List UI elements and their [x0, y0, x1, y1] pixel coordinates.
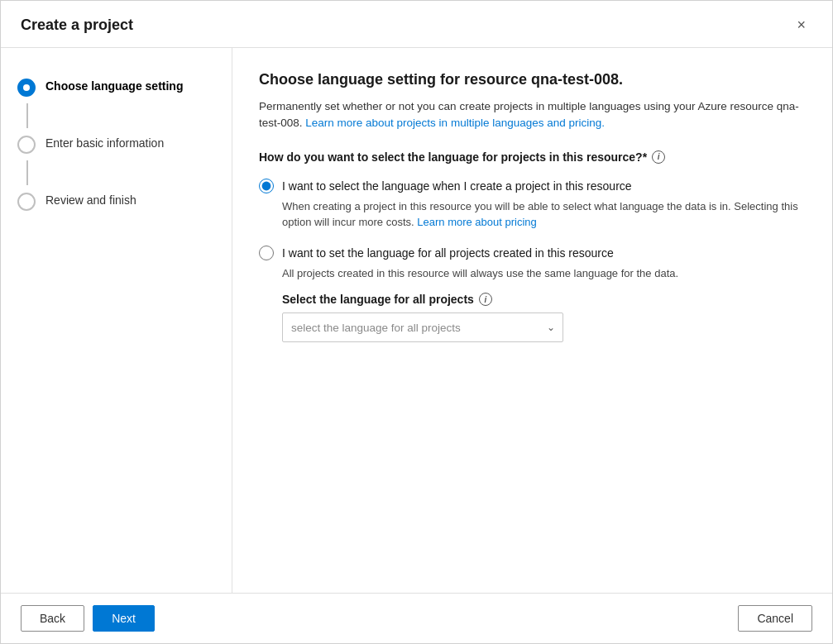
question-label: How do you want to select the language f… [259, 150, 806, 164]
step-connector-1 [26, 103, 28, 128]
radio-label-all-projects[interactable]: I want to set the language for all proje… [282, 246, 614, 260]
cancel-button[interactable]: Cancel [738, 605, 812, 632]
radio-row-1: I want to select the language when I cre… [259, 179, 806, 193]
language-select[interactable]: select the language for all projects [282, 312, 563, 342]
step-connector-2 [26, 160, 28, 185]
language-dropdown-wrapper: select the language for all projects ⌄ [282, 312, 563, 342]
main-content: Choose language setting for resource qna… [232, 48, 832, 593]
radio-all-projects[interactable] [259, 246, 274, 260]
radio-desc-all-projects: All projects created in this resource wi… [282, 265, 806, 282]
create-project-dialog: Create a project × Choose language setti… [0, 0, 833, 644]
sidebar: Choose language setting Enter basic info… [1, 48, 232, 593]
radio-desc-per-project: When creating a project in this resource… [282, 198, 806, 231]
dialog-header: Create a project × [1, 1, 832, 48]
description-link[interactable]: Learn more about projects in multiple la… [305, 117, 605, 129]
learn-more-pricing-link[interactable]: Learn more about pricing [417, 216, 537, 228]
question-info-icon: i [652, 150, 665, 164]
select-label-text: Select the language for all projects [282, 293, 474, 306]
radio-option-all-projects: I want to set the language for all proje… [259, 246, 806, 343]
select-label: Select the language for all projects i [282, 293, 806, 306]
step-label-enter-basic-info: Enter basic information [45, 135, 164, 150]
radio-label-per-project[interactable]: I want to select the language when I cre… [282, 179, 632, 193]
main-description: Permanently set whether or not you can c… [259, 98, 806, 132]
footer-left-buttons: Back Next [21, 605, 155, 632]
close-button[interactable]: × [790, 14, 812, 36]
next-button[interactable]: Next [93, 605, 155, 632]
main-heading: Choose language setting for resource qna… [259, 71, 806, 88]
radio-desc-text-2: All projects created in this resource wi… [282, 267, 678, 279]
sidebar-item-choose-language[interactable]: Choose language setting [17, 71, 215, 103]
dialog-body: Choose language setting Enter basic info… [1, 48, 832, 593]
step-circle-active [17, 79, 36, 97]
language-select-section: Select the language for all projects i s… [282, 293, 806, 342]
step-circle-inactive-2 [17, 193, 36, 211]
radio-row-2: I want to set the language for all proje… [259, 246, 806, 260]
step-label-review-finish: Review and finish [45, 192, 136, 207]
dialog-footer: Back Next Cancel [1, 593, 832, 643]
dialog-title: Create a project [21, 17, 133, 34]
back-button[interactable]: Back [21, 605, 84, 632]
step-circle-inactive-1 [17, 136, 36, 154]
radio-per-project[interactable] [259, 179, 274, 193]
sidebar-item-enter-basic-info[interactable]: Enter basic information [17, 128, 215, 160]
select-info-icon: i [479, 293, 492, 306]
radio-option-per-project: I want to select the language when I cre… [259, 179, 806, 231]
question-text: How do you want to select the language f… [259, 150, 647, 164]
step-label-choose-language: Choose language setting [45, 78, 183, 93]
sidebar-item-review-finish[interactable]: Review and finish [17, 185, 215, 217]
radio-desc-text-1: When creating a project in this resource… [282, 200, 798, 229]
